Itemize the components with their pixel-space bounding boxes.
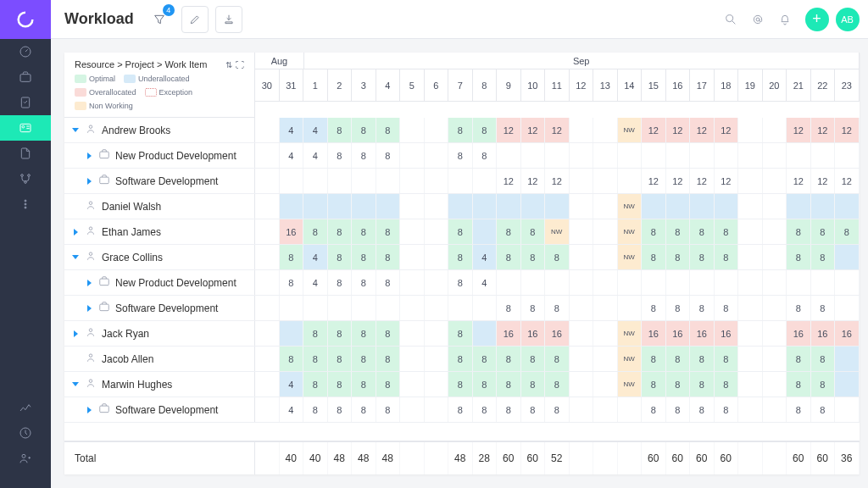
chevron-right-icon[interactable] <box>85 279 93 287</box>
workload-cell[interactable] <box>376 296 401 320</box>
workload-cell[interactable]: 8 <box>521 296 546 320</box>
workload-cell[interactable]: 8 <box>376 347 401 371</box>
chevron-right-icon[interactable] <box>85 304 93 313</box>
workload-cell[interactable] <box>570 270 594 295</box>
workload-cell[interactable]: 8 <box>448 245 473 269</box>
day-header[interactable]: 22 <box>811 69 836 102</box>
workload-cell[interactable] <box>593 372 618 396</box>
workload-cell[interactable] <box>400 397 425 422</box>
day-header[interactable]: 20 <box>763 69 787 102</box>
workload-cell[interactable]: 8 <box>666 372 691 396</box>
workload-cell[interactable] <box>376 194 401 219</box>
day-header[interactable]: 30 <box>255 69 280 102</box>
workload-cell[interactable] <box>618 169 643 193</box>
workload-cell[interactable]: NW <box>618 321 643 346</box>
workload-cell[interactable]: 4 <box>280 397 304 422</box>
workload-cell[interactable]: 8 <box>497 296 521 320</box>
workload-cell[interactable] <box>593 169 618 193</box>
workload-cell[interactable]: 8 <box>811 296 836 320</box>
workload-cell[interactable]: 4 <box>280 372 304 396</box>
day-header[interactable]: 8 <box>473 69 498 102</box>
workload-cell[interactable]: 8 <box>497 397 521 422</box>
workload-cell[interactable]: 8 <box>715 347 739 371</box>
nav-projects[interactable] <box>0 64 51 90</box>
chevron-right-icon[interactable] <box>85 406 93 414</box>
workload-cell[interactable] <box>425 118 449 142</box>
workload-cell[interactable]: 8 <box>811 219 836 244</box>
avatar[interactable]: AB <box>836 8 860 31</box>
workload-cell[interactable]: 8 <box>811 245 836 269</box>
workload-cell[interactable]: 8 <box>328 270 353 295</box>
chevron-right-icon[interactable] <box>85 152 93 160</box>
workload-cell[interactable]: 8 <box>328 321 353 346</box>
day-header[interactable]: 10 <box>521 69 546 102</box>
workload-cell[interactable] <box>255 397 280 422</box>
workload-cell[interactable]: 16 <box>787 321 811 346</box>
workload-cell[interactable] <box>303 194 328 219</box>
row-label[interactable]: Marwin Hughes <box>64 372 255 396</box>
workload-cell[interactable] <box>521 194 546 219</box>
workload-cell[interactable]: 8 <box>376 143 401 168</box>
workload-cell[interactable] <box>425 321 449 346</box>
workload-cell[interactable]: 8 <box>280 270 304 295</box>
workload-cell[interactable] <box>738 321 763 346</box>
nav-reports[interactable] <box>0 395 51 420</box>
workload-cell[interactable]: 12 <box>835 118 860 142</box>
workload-cell[interactable] <box>448 194 473 219</box>
workload-cell[interactable] <box>835 270 860 295</box>
workload-cell[interactable]: 8 <box>352 219 376 244</box>
workload-cell[interactable] <box>255 296 280 320</box>
workload-cell[interactable]: 12 <box>715 169 739 193</box>
workload-cell[interactable] <box>811 194 836 219</box>
workload-cell[interactable]: 12 <box>642 169 666 193</box>
workload-cell[interactable]: 8 <box>787 347 811 371</box>
workload-cell[interactable] <box>352 169 376 193</box>
day-header[interactable]: 1 <box>303 69 328 102</box>
workload-cell[interactable]: 8 <box>545 347 570 371</box>
workload-cell[interactable]: 8 <box>642 219 666 244</box>
workload-cell[interactable] <box>835 143 860 168</box>
day-header[interactable]: 23 <box>835 69 860 102</box>
row-label[interactable]: Grace Collins <box>64 245 255 269</box>
workload-cell[interactable] <box>255 270 280 295</box>
workload-cell[interactable]: 8 <box>715 372 739 396</box>
workload-cell[interactable]: 8 <box>303 397 328 422</box>
workload-cell[interactable]: 8 <box>545 372 570 396</box>
workload-cell[interactable] <box>763 296 787 320</box>
workload-cell[interactable]: 8 <box>376 219 401 244</box>
workload-cell[interactable]: 8 <box>448 347 473 371</box>
workload-cell[interactable]: 8 <box>352 347 376 371</box>
workload-cell[interactable] <box>738 194 763 219</box>
workload-cell[interactable]: 8 <box>666 219 691 244</box>
workload-cell[interactable] <box>545 270 570 295</box>
row-label[interactable]: New Product Development <box>64 143 255 168</box>
workload-cell[interactable] <box>255 169 280 193</box>
workload-cell[interactable] <box>570 296 594 320</box>
workload-cell[interactable]: 8 <box>352 245 376 269</box>
workload-cell[interactable] <box>593 270 618 295</box>
workload-cell[interactable] <box>448 296 473 320</box>
workload-cell[interactable] <box>593 219 618 244</box>
workload-cell[interactable]: 8 <box>787 296 811 320</box>
nav-more[interactable] <box>0 191 51 217</box>
workload-cell[interactable] <box>763 219 787 244</box>
workload-cell[interactable]: 12 <box>521 169 546 193</box>
workload-cell[interactable]: 8 <box>497 347 521 371</box>
workload-cell[interactable]: 4 <box>303 118 328 142</box>
workload-cell[interactable]: 8 <box>303 372 328 396</box>
notifications-button[interactable] <box>771 6 798 33</box>
chevron-right-icon[interactable] <box>71 228 80 236</box>
workload-cell[interactable]: 8 <box>690 245 715 269</box>
workload-cell[interactable]: 8 <box>666 397 691 422</box>
day-header[interactable]: 31 <box>280 69 304 102</box>
workload-cell[interactable]: 8 <box>497 219 521 244</box>
workload-cell[interactable] <box>738 397 763 422</box>
workload-cell[interactable] <box>690 143 715 168</box>
day-header[interactable]: 21 <box>787 69 811 102</box>
workload-cell[interactable] <box>400 194 425 219</box>
add-button[interactable]: + <box>805 8 829 31</box>
workload-cell[interactable]: 8 <box>376 270 401 295</box>
workload-cell[interactable]: 8 <box>666 245 691 269</box>
workload-cell[interactable] <box>593 118 618 142</box>
workload-cell[interactable]: 16 <box>666 321 691 346</box>
